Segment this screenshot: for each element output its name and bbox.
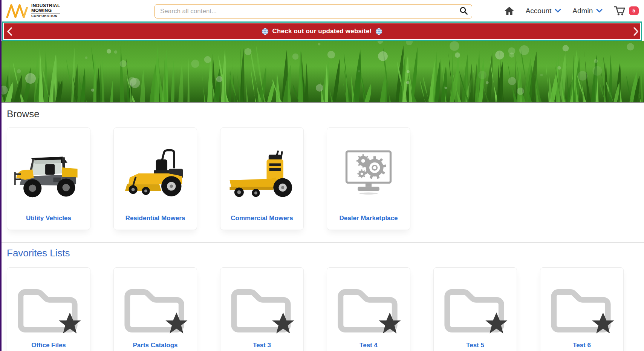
home-button[interactable] [504,6,514,15]
favorite-folder-icon [15,283,82,338]
browse-card-label[interactable]: Residential Mowers [125,215,185,230]
browse-card-residential-mowers[interactable]: Residential Mowers [113,127,197,230]
favorite-folder-icon [229,283,295,338]
grass-illustration [0,41,644,103]
section-divider [0,242,644,243]
cart-count-badge: 5 [629,6,639,15]
chevron-down-icon [555,9,561,13]
folder-star-icon [122,283,188,336]
browse-card-label[interactable]: Commercial Mowers [231,215,293,230]
folder-star-icon [229,283,295,336]
browse-section-title: Browse [7,108,637,120]
commercial-mower-image [220,128,303,215]
banner-prev-button[interactable] [7,23,22,39]
favorites-card-label[interactable]: Test 6 [573,342,591,349]
browse-card-utility-vehicles[interactable]: Utility Vehicles [7,127,90,230]
chevron-right-icon [633,27,639,36]
favorite-folder-icon [335,283,402,338]
folder-star-icon [549,283,615,336]
favorites-card-test-3[interactable]: Test 3 [220,267,304,351]
browse-card-dealer-marketplace[interactable]: Dealer Marketplace [327,127,410,230]
search-button[interactable] [459,6,469,16]
folder-star-icon [442,283,508,336]
browse-card-commercial-mowers[interactable]: Commercial Mowers [220,127,304,230]
favorites-card-label[interactable]: Parts Catalogs [133,342,177,349]
favorites-card-test-6[interactable]: Test 6 [540,267,624,351]
cart-button[interactable]: 5 [614,6,639,16]
nav-admin[interactable]: Admin [572,7,603,15]
main-content: Browse Ut [0,108,644,351]
search-icon [459,6,468,15]
favorites-card-parts-catalogs[interactable]: Parts Catalogs [113,267,197,351]
favorites-card-label[interactable]: Office Files [31,342,66,349]
global-search [154,4,472,18]
folder-star-icon [335,283,402,336]
announcement-banner[interactable]: Check out our updated website! [4,23,640,39]
favorite-folder-icon [549,283,615,338]
account-label: Account [526,7,552,15]
logo-mark-icon [6,3,28,18]
globe-icon [262,28,269,35]
cart-icon [614,6,626,16]
banner-next-button[interactable] [624,23,639,39]
monitor-gears-icon [327,128,410,215]
favorite-folder-icon [442,283,508,338]
browse-card-label[interactable]: Utility Vehicles [26,215,71,230]
utility-vehicle-image [7,128,90,215]
banner-message: Check out our updated website! [272,28,372,35]
favorites-card-label[interactable]: Test 5 [466,342,484,349]
banner-highlight-frame: Check out our updated website! [2,21,642,41]
favorites-card-row: Office Files Parts Catalogs Test 3 Test … [7,267,637,351]
favorites-card-label[interactable]: Test 3 [253,342,271,349]
chevron-left-icon [7,27,12,36]
residential-mower-image [114,128,197,215]
top-navigation: Account Admin 5 [504,0,639,21]
logo-line-2: MOWING [31,8,60,13]
admin-label: Admin [572,7,593,15]
globe-icon [375,28,382,35]
top-header: INDUSTRIAL MOWING CORPORATION Account A [0,0,644,21]
page-left-accent-strip [0,0,2,351]
chevron-down-icon [596,9,603,13]
browse-card-row: Utility Vehicles Residential Mowers [7,127,637,230]
favorite-folder-icon [122,283,188,338]
home-icon [504,6,514,15]
search-input[interactable] [154,4,472,18]
favorites-card-label[interactable]: Test 4 [359,342,378,349]
nav-account[interactable]: Account [526,7,561,15]
folder-star-icon [15,283,82,336]
company-logo[interactable]: INDUSTRIAL MOWING CORPORATION [6,3,60,18]
favorites-card-test-4[interactable]: Test 4 [327,267,410,351]
hero-grass-image [0,41,644,103]
logo-line-3: CORPORATION [31,14,60,18]
browse-card-label[interactable]: Dealer Marketplace [340,215,398,230]
favorites-section-title: Favorites Lists [7,247,637,259]
favorites-card-office-files[interactable]: Office Files [7,267,90,351]
logo-text: INDUSTRIAL MOWING CORPORATION [31,3,60,17]
favorites-card-test-5[interactable]: Test 5 [433,267,517,351]
